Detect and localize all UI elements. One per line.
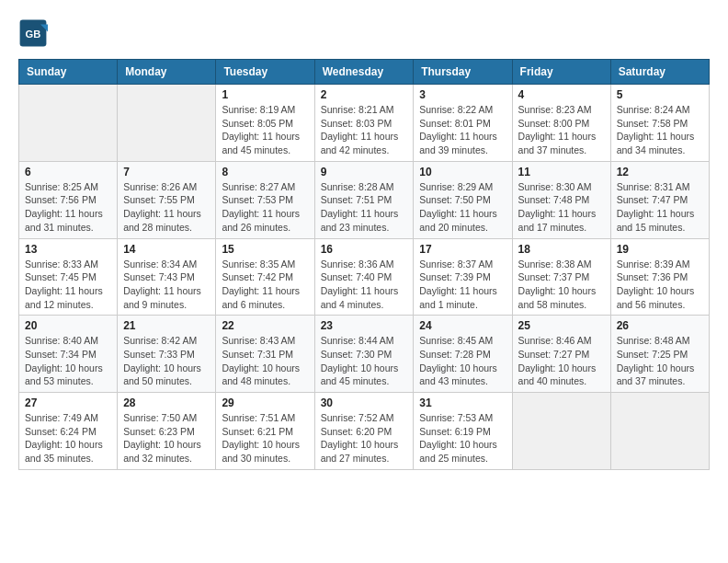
day-cell: 14Sunrise: 8:34 AM Sunset: 7:43 PM Dayli… [118, 238, 216, 316]
header-monday: Monday [118, 60, 216, 85]
day-detail: Sunrise: 8:35 AM Sunset: 7:42 PM Dayligh… [222, 258, 308, 312]
day-cell: 4Sunrise: 8:23 AM Sunset: 8:00 PM Daylig… [512, 85, 610, 162]
day-cell: 6Sunrise: 8:25 AM Sunset: 7:56 PM Daylig… [19, 161, 118, 238]
day-cell: 28Sunrise: 7:50 AM Sunset: 6:23 PM Dayli… [118, 393, 216, 470]
day-number: 20 [25, 319, 111, 332]
header-friday: Friday [512, 60, 610, 85]
day-cell: 11Sunrise: 8:30 AM Sunset: 7:48 PM Dayli… [512, 161, 610, 238]
day-number: 4 [518, 88, 605, 101]
day-number: 25 [518, 319, 605, 332]
day-detail: Sunrise: 8:34 AM Sunset: 7:43 PM Dayligh… [123, 258, 210, 312]
day-detail: Sunrise: 8:40 AM Sunset: 7:34 PM Dayligh… [25, 334, 111, 388]
day-cell: 7Sunrise: 8:26 AM Sunset: 7:55 PM Daylig… [118, 161, 216, 238]
header-saturday: Saturday [610, 60, 709, 85]
day-detail: Sunrise: 7:52 AM Sunset: 6:20 PM Dayligh… [321, 411, 408, 465]
day-cell: 10Sunrise: 8:29 AM Sunset: 7:50 PM Dayli… [414, 161, 512, 238]
day-number: 30 [321, 396, 408, 409]
day-cell: 2Sunrise: 8:21 AM Sunset: 8:03 PM Daylig… [314, 85, 414, 162]
day-number: 21 [123, 319, 210, 332]
day-detail: Sunrise: 8:38 AM Sunset: 7:37 PM Dayligh… [518, 258, 605, 312]
header-thursday: Thursday [414, 60, 512, 85]
day-detail: Sunrise: 8:30 AM Sunset: 7:48 PM Dayligh… [518, 180, 605, 235]
day-detail: Sunrise: 8:26 AM Sunset: 7:55 PM Dayligh… [123, 180, 210, 235]
week-row-2: 6Sunrise: 8:25 AM Sunset: 7:56 PM Daylig… [19, 161, 710, 238]
day-cell [512, 393, 610, 470]
logo: GB [18, 18, 51, 48]
day-detail: Sunrise: 8:22 AM Sunset: 8:01 PM Dayligh… [419, 103, 506, 157]
day-number: 28 [123, 396, 210, 409]
calendar-header-row: SundayMondayTuesdayWednesdayThursdayFrid… [19, 60, 710, 85]
day-number: 9 [321, 166, 408, 178]
day-cell: 5Sunrise: 8:24 AM Sunset: 7:58 PM Daylig… [610, 85, 709, 162]
day-cell: 22Sunrise: 8:43 AM Sunset: 7:31 PM Dayli… [216, 316, 314, 393]
day-detail: Sunrise: 8:25 AM Sunset: 7:56 PM Dayligh… [25, 180, 111, 235]
day-detail: Sunrise: 8:24 AM Sunset: 7:58 PM Dayligh… [617, 103, 703, 157]
week-row-1: 1Sunrise: 8:19 AM Sunset: 8:05 PM Daylig… [19, 85, 710, 162]
day-cell: 27Sunrise: 7:49 AM Sunset: 6:24 PM Dayli… [19, 393, 118, 470]
day-detail: Sunrise: 8:19 AM Sunset: 8:05 PM Dayligh… [222, 103, 308, 157]
day-detail: Sunrise: 8:21 AM Sunset: 8:03 PM Dayligh… [321, 103, 408, 157]
day-detail: Sunrise: 8:27 AM Sunset: 7:53 PM Dayligh… [222, 180, 308, 235]
day-number: 27 [25, 396, 111, 409]
day-cell: 17Sunrise: 8:37 AM Sunset: 7:39 PM Dayli… [414, 238, 512, 316]
header-sunday: Sunday [19, 60, 118, 85]
day-detail: Sunrise: 8:23 AM Sunset: 8:00 PM Dayligh… [518, 103, 605, 157]
week-row-4: 20Sunrise: 8:40 AM Sunset: 7:34 PM Dayli… [19, 316, 710, 393]
day-detail: Sunrise: 8:46 AM Sunset: 7:27 PM Dayligh… [518, 334, 605, 388]
day-number: 24 [419, 319, 506, 332]
day-number: 19 [617, 243, 703, 256]
day-cell: 29Sunrise: 7:51 AM Sunset: 6:21 PM Dayli… [216, 393, 314, 470]
week-row-3: 13Sunrise: 8:33 AM Sunset: 7:45 PM Dayli… [19, 238, 710, 316]
day-number: 12 [617, 166, 703, 178]
svg-text:GB: GB [26, 29, 41, 40]
day-number: 26 [617, 319, 703, 332]
day-number: 10 [419, 166, 506, 178]
day-cell [118, 85, 216, 162]
day-number: 3 [419, 88, 506, 101]
calendar-table: SundayMondayTuesdayWednesdayThursdayFrid… [18, 59, 710, 470]
day-cell: 12Sunrise: 8:31 AM Sunset: 7:47 PM Dayli… [610, 161, 709, 238]
day-detail: Sunrise: 8:39 AM Sunset: 7:36 PM Dayligh… [617, 258, 703, 312]
day-detail: Sunrise: 8:36 AM Sunset: 7:40 PM Dayligh… [321, 258, 408, 312]
day-detail: Sunrise: 7:50 AM Sunset: 6:23 PM Dayligh… [123, 411, 210, 465]
day-number: 11 [518, 166, 605, 178]
day-number: 15 [222, 243, 308, 256]
day-number: 1 [222, 88, 308, 101]
day-detail: Sunrise: 8:28 AM Sunset: 7:51 PM Dayligh… [321, 180, 408, 235]
day-cell: 19Sunrise: 8:39 AM Sunset: 7:36 PM Dayli… [610, 238, 709, 316]
day-cell: 15Sunrise: 8:35 AM Sunset: 7:42 PM Dayli… [216, 238, 314, 316]
day-number: 5 [617, 88, 703, 101]
day-cell: 30Sunrise: 7:52 AM Sunset: 6:20 PM Dayli… [314, 393, 414, 470]
day-cell: 24Sunrise: 8:45 AM Sunset: 7:28 PM Dayli… [414, 316, 512, 393]
day-number: 17 [419, 243, 506, 256]
day-cell [610, 393, 709, 470]
day-number: 23 [321, 319, 408, 332]
day-cell: 25Sunrise: 8:46 AM Sunset: 7:27 PM Dayli… [512, 316, 610, 393]
day-detail: Sunrise: 8:29 AM Sunset: 7:50 PM Dayligh… [419, 180, 506, 235]
day-number: 2 [321, 88, 408, 101]
day-number: 7 [123, 166, 210, 178]
day-number: 8 [222, 166, 308, 178]
day-number: 22 [222, 319, 308, 332]
day-detail: Sunrise: 8:37 AM Sunset: 7:39 PM Dayligh… [419, 258, 506, 312]
day-detail: Sunrise: 7:53 AM Sunset: 6:19 PM Dayligh… [419, 411, 506, 465]
day-number: 18 [518, 243, 605, 256]
day-detail: Sunrise: 8:44 AM Sunset: 7:30 PM Dayligh… [321, 334, 408, 388]
day-cell: 31Sunrise: 7:53 AM Sunset: 6:19 PM Dayli… [414, 393, 512, 470]
day-cell: 26Sunrise: 8:48 AM Sunset: 7:25 PM Dayli… [610, 316, 709, 393]
day-cell: 21Sunrise: 8:42 AM Sunset: 7:33 PM Dayli… [118, 316, 216, 393]
day-number: 31 [419, 396, 506, 409]
header-wednesday: Wednesday [314, 60, 414, 85]
day-detail: Sunrise: 8:33 AM Sunset: 7:45 PM Dayligh… [25, 258, 111, 312]
day-cell: 20Sunrise: 8:40 AM Sunset: 7:34 PM Dayli… [19, 316, 118, 393]
page-header: GB [18, 18, 710, 48]
day-detail: Sunrise: 7:51 AM Sunset: 6:21 PM Dayligh… [222, 411, 308, 465]
day-cell: 8Sunrise: 8:27 AM Sunset: 7:53 PM Daylig… [216, 161, 314, 238]
day-cell: 3Sunrise: 8:22 AM Sunset: 8:01 PM Daylig… [414, 85, 512, 162]
day-number: 13 [25, 243, 111, 256]
day-detail: Sunrise: 7:49 AM Sunset: 6:24 PM Dayligh… [25, 411, 111, 465]
day-cell: 16Sunrise: 8:36 AM Sunset: 7:40 PM Dayli… [314, 238, 414, 316]
day-detail: Sunrise: 8:43 AM Sunset: 7:31 PM Dayligh… [222, 334, 308, 388]
logo-icon: GB [18, 18, 48, 48]
day-detail: Sunrise: 8:48 AM Sunset: 7:25 PM Dayligh… [617, 334, 703, 388]
